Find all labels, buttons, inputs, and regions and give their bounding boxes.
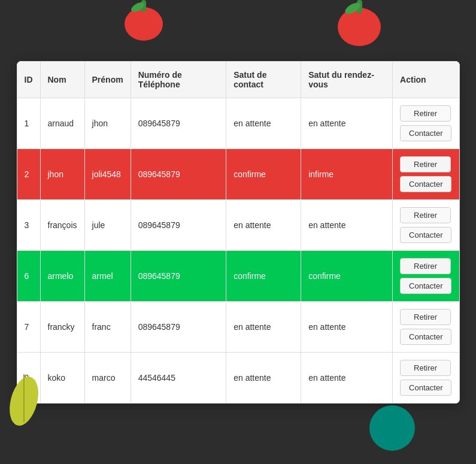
cell-statut_contact: en attente <box>226 352 301 403</box>
cell-telephone: 089645879 <box>131 301 226 352</box>
cell-nom: arnaud <box>40 98 84 148</box>
data-table: ID Nom Prénom Numéro de Téléphone Satut … <box>17 61 460 404</box>
contacter-button[interactable]: Contacter <box>400 329 451 345</box>
cell-id: 6 <box>17 250 40 301</box>
cell-statut_rdv: en attente <box>301 301 393 352</box>
contacter-button[interactable]: Contacter <box>400 278 451 294</box>
contacter-button[interactable]: Contacter <box>400 380 451 396</box>
table-row: 8kokomarco44546445en attenteen attenteRe… <box>17 352 459 403</box>
svg-point-8 <box>369 405 415 451</box>
cell-action: RetirerContacter <box>393 199 459 250</box>
svg-rect-4 <box>357 0 362 13</box>
col-header-telephone: Numéro de Téléphone <box>131 61 226 98</box>
cell-statut_contact: en attente <box>226 199 301 250</box>
cell-id: 7 <box>17 301 40 352</box>
retirer-button[interactable]: Retirer <box>400 105 451 122</box>
cell-prenom: armel <box>84 250 131 301</box>
cell-id: 8 <box>17 352 40 403</box>
cell-action: RetirerContacter <box>393 352 459 403</box>
svg-point-2 <box>130 1 146 14</box>
cell-prenom: jule <box>84 199 131 250</box>
retirer-button[interactable]: Retirer <box>400 258 451 274</box>
cell-nom: françois <box>40 199 84 250</box>
cell-nom: armelo <box>40 250 84 301</box>
cell-nom: francky <box>40 301 84 352</box>
table-row: 3françoisjule089645879en attenteen atten… <box>17 199 459 250</box>
cell-action: RetirerContacter <box>393 301 459 352</box>
cell-action: RetirerContacter <box>393 148 459 199</box>
col-header-statut-contact: Satut de contact <box>226 61 301 98</box>
cell-statut_contact: confirme <box>226 148 301 199</box>
col-header-nom: Nom <box>40 61 84 98</box>
cell-id: 3 <box>17 199 40 250</box>
cell-statut_contact: en attente <box>226 98 301 148</box>
col-header-prenom: Prénom <box>84 61 131 98</box>
cell-telephone: 089645879 <box>131 199 226 250</box>
svg-point-0 <box>125 7 163 41</box>
cell-telephone: 089645879 <box>131 148 226 199</box>
col-header-action: Action <box>393 61 459 98</box>
cell-prenom: joli4548 <box>84 148 131 199</box>
retirer-button[interactable]: Retirer <box>400 360 451 376</box>
cell-id: 2 <box>17 148 40 199</box>
table-row: 7franckyfranc089645879en attenteen atten… <box>17 301 459 352</box>
cell-nom: koko <box>40 352 84 403</box>
retirer-button[interactable]: Retirer <box>400 309 451 325</box>
cell-telephone: 089645879 <box>131 250 226 301</box>
cell-nom: jhon <box>40 148 84 199</box>
cell-statut_contact: en attente <box>226 301 301 352</box>
col-header-statut-rdv: Satut du rendez-vous <box>301 61 393 98</box>
cell-statut_rdv: en attente <box>301 199 393 250</box>
contacter-button[interactable]: Contacter <box>400 227 451 243</box>
cell-statut_rdv: infirme <box>301 148 393 199</box>
retirer-button[interactable]: Retirer <box>400 207 451 223</box>
cell-id: 1 <box>17 98 40 148</box>
contacter-button[interactable]: Contacter <box>400 125 451 141</box>
cell-statut_rdv: confirme <box>301 250 393 301</box>
retirer-button[interactable]: Retirer <box>400 156 451 172</box>
table-row: 6armeloarmel089645879confirmeconfirmeRet… <box>17 250 459 301</box>
table-row: 1arnaudjhon089645879en attenteen attente… <box>17 98 459 148</box>
cell-telephone: 089645879 <box>131 98 226 148</box>
cell-telephone: 44546445 <box>131 352 226 403</box>
svg-rect-1 <box>141 0 146 12</box>
svg-point-3 <box>338 8 381 46</box>
cell-prenom: marco <box>84 352 131 403</box>
cell-statut_contact: confirme <box>226 250 301 301</box>
cell-statut_rdv: en attente <box>301 352 393 403</box>
contacter-button[interactable]: Contacter <box>400 176 451 192</box>
col-header-id: ID <box>17 61 40 98</box>
table-row: 2jhonjoli4548089645879confirmeinfirmeRet… <box>17 148 459 199</box>
svg-point-5 <box>343 1 362 16</box>
cell-prenom: franc <box>84 301 131 352</box>
cell-action: RetirerContacter <box>393 250 459 301</box>
cell-statut_rdv: en attente <box>301 98 393 148</box>
cell-prenom: jhon <box>84 98 131 148</box>
cell-action: RetirerContacter <box>393 98 459 148</box>
